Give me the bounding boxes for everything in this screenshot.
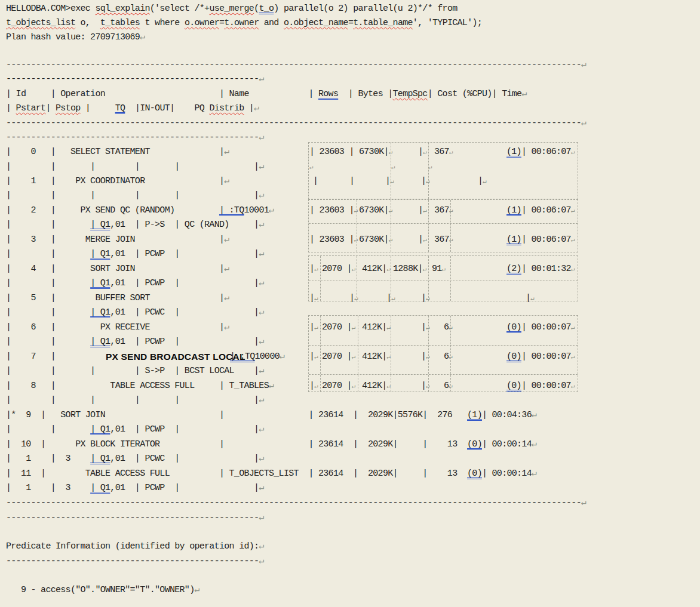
plain-text: Plan hash value: 2709713069 (6, 32, 140, 42)
text-chunk: | | | | | |↵ (6, 160, 264, 174)
text-line: | 2 | PX SEND QC (RANDOM) | :TQ10001↵| 2… (0, 204, 700, 218)
text-chunk: PX SEND BROADCAST LOCAL (106, 350, 245, 365)
plain-text: 2070 | (322, 352, 352, 362)
plain-text: | (313, 176, 318, 186)
plain-text: | 00:06:07 (521, 235, 571, 245)
return-mark: ↵ (140, 32, 145, 42)
text-chunk: |↵ (421, 350, 429, 364)
plain-text: 10001 (244, 205, 269, 215)
return-mark: ↵ (571, 149, 575, 156)
plain-text: 2070 | (322, 264, 352, 274)
plain-text: | 3 | MERGE JOIN | (6, 235, 224, 245)
text-chunk: 412K|↵ (362, 321, 390, 335)
text-line: ----------------------------------------… (0, 72, 700, 87)
text-line: | 5 | BUFFER SORT |↵|↵|↵|↵|↵|↵ (0, 291, 700, 306)
text-chunk: t_objects_list o, t_tables t where o.own… (6, 16, 482, 30)
text-chunk: | 23603 |↵ (309, 204, 358, 218)
plain-text: | 8 | TABLE ACCESS FULL | T_TABLES (6, 381, 269, 391)
return-mark: ↵ (449, 207, 453, 214)
text-chunk: (0)| 00:00:07↵ (506, 350, 575, 364)
return-mark: ↵ (224, 264, 229, 274)
spellcheck-squiggle-text: use_merge (209, 4, 254, 14)
plain-text: ('select /*+ (150, 4, 210, 14)
plain-text: | (244, 103, 254, 113)
return-mark: ↵ (352, 353, 355, 360)
grammar-underline-text: TQ (115, 103, 125, 113)
plain-text: o, (75, 18, 100, 28)
text-chunk: | 23603 | 6730K|↵ (309, 145, 392, 159)
plain-text: | | | | | | (6, 162, 259, 172)
spellcheck-squiggle-text: Pstop (56, 103, 81, 113)
plain-text: | 00:00:14 (482, 469, 532, 479)
text-chunk: |* 9 | SORT JOIN | | 23614 | 2029K|5576K… (6, 408, 536, 423)
plain-text: 2070 | (322, 381, 352, 391)
spellcheck-squiggle-text: t_objects_list (6, 18, 75, 28)
plain-text: 412K| (362, 352, 387, 362)
text-chunk: Plan hash value: 2709713069↵ (6, 30, 145, 45)
return-mark: ↵ (387, 353, 391, 360)
text-line: |* 9 | SORT JOIN | | 23614 | 2029K|5576K… (0, 408, 700, 423)
text-line: ----------------------------------------… (0, 554, 700, 569)
text-chunk: ↵ (428, 160, 432, 174)
return-mark: ↵ (259, 424, 263, 435)
text-chunk: | | | Q1,01 | PCWP | |↵ (6, 247, 264, 261)
plain-text: ----------------------------------------… (6, 74, 259, 84)
return-mark: ↵ (391, 164, 395, 171)
grammar-underline-text: | Q1 (90, 220, 110, 230)
spellcheck-squiggle-text: o.owner (185, 18, 219, 28)
return-mark: ↵ (426, 324, 429, 331)
text-line: | 7 |PX SEND BROADCAST LOCAL| :TQ10000↵|… (0, 350, 700, 364)
plain-text: ,01 | PCWP | | (110, 483, 259, 493)
plain-text: ', 'TYPICAL'); (413, 18, 482, 28)
grammar-underline-text: | Q1 (90, 337, 110, 347)
plain-text: | Id | Operation | Name | (6, 89, 318, 99)
text-chunk: | 5 | BUFFER SORT |↵ (6, 291, 229, 306)
return-mark: ↵ (532, 439, 536, 449)
return-mark: ↵ (571, 266, 575, 273)
plain-text: | | (6, 249, 90, 259)
plain-text: | | | | | | (6, 190, 259, 201)
plain-text: | (6, 103, 16, 113)
plain-text: ,01 | PCWP | | (110, 249, 259, 259)
plain-text: | 2 | PX SEND QC (RANDOM) (6, 205, 219, 215)
text-chunk: | 11 | TABLE ACCESS FULL | T_OBJECTS_LIS… (6, 467, 536, 481)
return-mark: ↵ (314, 324, 318, 331)
return-mark: ↵ (314, 266, 318, 273)
return-mark: ↵ (314, 353, 318, 360)
return-mark: ↵ (521, 89, 526, 99)
plain-text: ----------------------------------------… (6, 133, 259, 143)
return-mark: ↵ (314, 383, 318, 390)
text-chunk: |↵ (386, 291, 395, 306)
text-chunk: 1288K|↵ (393, 262, 426, 276)
grammar-underline-text: (0) (467, 439, 482, 449)
plain-text: | 1 | PX COORDINATOR | (6, 176, 224, 186)
text-chunk: | 2 | PX SEND QC (RANDOM) | :TQ10001↵ (6, 204, 274, 218)
return-mark: ↵ (259, 74, 263, 84)
plain-text: 412K| (362, 381, 387, 391)
plain-text: ----------------------------------------… (6, 513, 259, 523)
text-line: | Id | Operation | Name | Rows | Bytes |… (0, 87, 700, 101)
plain-text: 6730K| (359, 205, 389, 215)
return-mark: ↵ (224, 293, 229, 303)
plain-text: | | (6, 424, 90, 435)
return-mark: ↵ (532, 469, 536, 479)
text-line: 9 - access("O"."OWNER"="T"."OWNER")↵ (0, 583, 700, 597)
return-mark: ↵ (259, 366, 263, 376)
text-line: | 6 | PX RECEIVE |↵|↵2070 |↵412K|↵|↵6↵(0… (0, 321, 700, 335)
return-mark: ↵ (428, 164, 432, 171)
return-mark: ↵ (423, 149, 426, 156)
bold-highlight-text: PX SEND BROADCAST LOCAL (106, 352, 245, 362)
plain-text: | | | | S->P | BCST LOCAL | (6, 366, 259, 376)
return-mark: ↵ (259, 395, 263, 405)
grammar-underline-text: (0) (467, 469, 482, 479)
plain-text: 412K| (362, 264, 387, 274)
plain-text: ,01 | PCWP | | (110, 278, 259, 288)
text-chunk: |↵ (418, 233, 426, 247)
return-mark: ↵ (280, 352, 284, 362)
grammar-underline-text: (1) (506, 235, 521, 245)
text-line: ----------------------------------------… (0, 496, 700, 510)
return-mark: ↵ (571, 324, 575, 331)
text-chunk: |↵ (349, 291, 358, 306)
return-mark: ↵ (352, 383, 355, 390)
plain-text: 412K| (362, 322, 387, 332)
